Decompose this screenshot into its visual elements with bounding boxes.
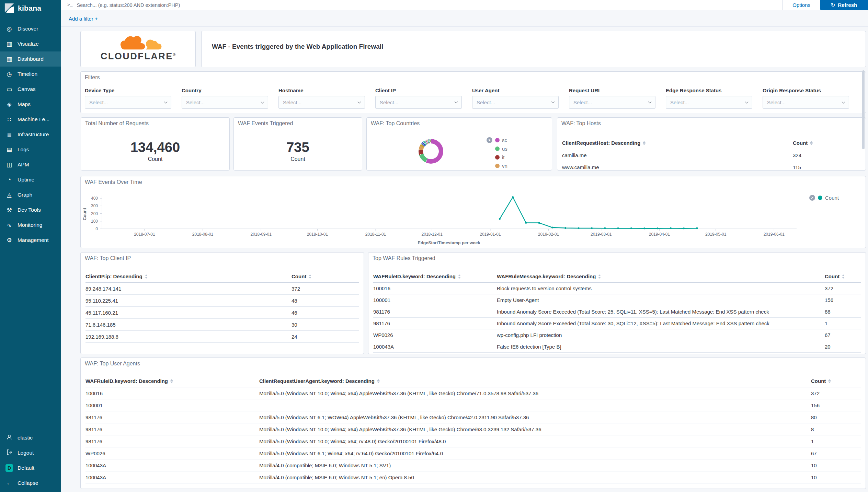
user-icon bbox=[5, 434, 13, 442]
edge-response-status-select[interactable]: Select... bbox=[666, 96, 752, 109]
search-input[interactable] bbox=[77, 2, 783, 8]
sidebar-item-machine-le[interactable]: ∷Machine Le... bbox=[0, 112, 61, 127]
table-cell: Inbound Anomaly Score Exceeded (Total Sc… bbox=[497, 309, 825, 315]
sidebar-item-dev-tools[interactable]: ⚒Dev Tools bbox=[0, 202, 61, 218]
sort-icon[interactable] bbox=[377, 379, 380, 383]
column-header-label: ClientIP.ip: Descending bbox=[85, 273, 142, 279]
panel-title: WAF: Top Client IP bbox=[85, 255, 131, 261]
sidebar-item-timelion[interactable]: ◷Timelion bbox=[0, 67, 61, 82]
sidebar-item-discover[interactable]: ◎Discover bbox=[0, 21, 61, 36]
sidebar-item-label: Monitoring bbox=[18, 222, 42, 228]
device-type-select[interactable]: Select... bbox=[85, 96, 171, 109]
legend-collapse-icon[interactable]: > bbox=[809, 195, 815, 201]
column-header[interactable]: WAFRuleMessage.keyword: Descending bbox=[497, 273, 825, 279]
table-cell: 48 bbox=[292, 298, 359, 304]
panel-title: WAF: Top Countries bbox=[371, 120, 420, 127]
origin-response-status-select[interactable]: Select... bbox=[763, 96, 849, 109]
column-header[interactable]: Count bbox=[292, 273, 359, 279]
sidebar-item-uptime[interactable]: ◔Uptime bbox=[0, 172, 61, 187]
legend-dot bbox=[495, 155, 500, 160]
sort-icon[interactable] bbox=[170, 379, 173, 383]
svg-text:2019-05-01: 2019-05-01 bbox=[705, 232, 727, 237]
hostname-select[interactable]: Select... bbox=[278, 96, 365, 109]
sort-icon[interactable] bbox=[810, 141, 813, 145]
sort-icon[interactable] bbox=[458, 274, 461, 279]
table-row: 100001156 bbox=[85, 399, 861, 411]
sort-icon[interactable] bbox=[828, 379, 831, 383]
column-header-label: ClientRequestHost: Descending bbox=[562, 140, 640, 146]
legend-item-vn[interactable]: vn bbox=[495, 163, 507, 169]
kibana-logo[interactable]: kibana bbox=[0, 0, 61, 16]
sort-icon[interactable] bbox=[309, 274, 311, 279]
sort-icon[interactable] bbox=[842, 274, 845, 279]
legend-item-it[interactable]: it bbox=[495, 154, 507, 160]
column-header[interactable]: ClientRequestHost: Descending bbox=[562, 140, 793, 146]
countries-donut-chart[interactable] bbox=[419, 139, 443, 164]
legend-item-us[interactable]: us bbox=[495, 146, 507, 152]
table-cell: 981176 bbox=[373, 320, 497, 326]
sort-icon[interactable] bbox=[643, 141, 646, 145]
table-header-row: WAFRuleID.keyword: DescendingClientReque… bbox=[85, 375, 861, 387]
sidebar-item-dashboard[interactable]: ▦Dashboard bbox=[0, 51, 61, 67]
user-agent-select[interactable]: Select... bbox=[472, 96, 559, 109]
sidebar-item-label: Discover bbox=[18, 26, 38, 32]
sidebar-item-logout[interactable]: Logout bbox=[0, 445, 61, 460]
request-uri-select[interactable]: Select... bbox=[569, 96, 655, 109]
client-ip-select[interactable]: Select... bbox=[375, 96, 462, 109]
metric-label: Count bbox=[81, 156, 229, 162]
sidebar-item-collapse[interactable]: ← Collapse bbox=[0, 476, 61, 491]
column-header[interactable]: ClientRequestUserAgent.keyword: Descendi… bbox=[259, 378, 811, 384]
options-button[interactable]: Options bbox=[783, 0, 820, 10]
select-placeholder: Select... bbox=[767, 99, 786, 105]
table-body: 100016Block requests to version control … bbox=[373, 283, 861, 353]
country-select[interactable]: Select... bbox=[182, 96, 268, 109]
sidebar-footer: elastic Logout D Default ← Collapse bbox=[0, 430, 61, 491]
sort-icon[interactable] bbox=[145, 274, 148, 279]
events-over-time-chart[interactable]: 01002003004002018-07-012018-08-012018-09… bbox=[81, 183, 866, 248]
column-header-label: WAFRuleID.keyword: Descending bbox=[85, 378, 168, 384]
registered-mark: ® bbox=[173, 53, 175, 57]
top-waf-rules-table: WAFRuleID.keyword: DescendingWAFRuleMess… bbox=[373, 270, 861, 353]
sort-icon[interactable] bbox=[598, 274, 601, 279]
table-cell: 67 bbox=[811, 450, 861, 456]
table-cell: Empty User-Agent bbox=[497, 297, 825, 303]
legend-collapse-icon[interactable]: > bbox=[487, 137, 492, 143]
table-cell: 24 bbox=[292, 334, 359, 340]
sidebar-item-monitoring[interactable]: ∿Monitoring bbox=[0, 218, 61, 233]
sidebar-item-elastic[interactable]: elastic bbox=[0, 430, 61, 445]
table-body: 89.248.174.14137295.110.225.414845.117.1… bbox=[85, 283, 359, 343]
chevron-down-icon bbox=[551, 100, 555, 103]
column-header[interactable]: Count bbox=[811, 378, 861, 384]
scrollbar-thumb[interactable] bbox=[862, 70, 865, 149]
sidebar-item-maps[interactable]: ◈Maps bbox=[0, 97, 61, 112]
sidebar-item-visualize[interactable]: ▥Visualize bbox=[0, 36, 61, 51]
legend-dot bbox=[495, 138, 500, 142]
legend-label[interactable]: Count bbox=[825, 195, 839, 201]
legend-item-sc[interactable]: sc bbox=[495, 137, 507, 143]
column-header[interactable]: ClientIP.ip: Descending bbox=[85, 273, 292, 279]
sidebar-item-management[interactable]: ⚙Management bbox=[0, 233, 61, 248]
panel-title: Top WAF Rules Triggered bbox=[373, 255, 435, 261]
filter-label: User Agent bbox=[472, 87, 559, 93]
column-header[interactable]: WAFRuleID.keyword: Descending bbox=[85, 378, 259, 384]
legend-dot bbox=[495, 164, 500, 168]
sidebar-item-logs[interactable]: ▤Logs bbox=[0, 142, 61, 157]
main-area: >_ Options ↻ Refresh Add a filter+ CLOUD… bbox=[61, 0, 868, 492]
sidebar-item-canvas[interactable]: ▭Canvas bbox=[0, 82, 61, 97]
column-header[interactable]: Count bbox=[793, 140, 861, 146]
sidebar-item-label: APM bbox=[18, 162, 29, 168]
logout-icon bbox=[5, 449, 13, 457]
refresh-button[interactable]: ↻ Refresh bbox=[820, 0, 868, 10]
sidebar-item-infrastructure[interactable]: ≣Infrastructure bbox=[0, 127, 61, 142]
panel-title: WAF: Top User Agents bbox=[85, 361, 140, 367]
sidebar-item-apm[interactable]: ◫APM bbox=[0, 157, 61, 172]
sidebar-item-graph[interactable]: ◬Graph bbox=[0, 187, 61, 202]
table-cell: 95.110.225.41 bbox=[85, 298, 292, 304]
select-placeholder: Select... bbox=[89, 99, 108, 105]
table-cell: WP0026 bbox=[85, 450, 259, 456]
column-header[interactable]: WAFRuleID.keyword: Descending bbox=[373, 273, 497, 279]
table-cell: 1 bbox=[825, 320, 861, 326]
add-filter-button[interactable]: Add a filter+ bbox=[69, 16, 98, 22]
column-header[interactable]: Count bbox=[825, 273, 861, 279]
sidebar-item-default-space[interactable]: D Default bbox=[0, 460, 61, 476]
